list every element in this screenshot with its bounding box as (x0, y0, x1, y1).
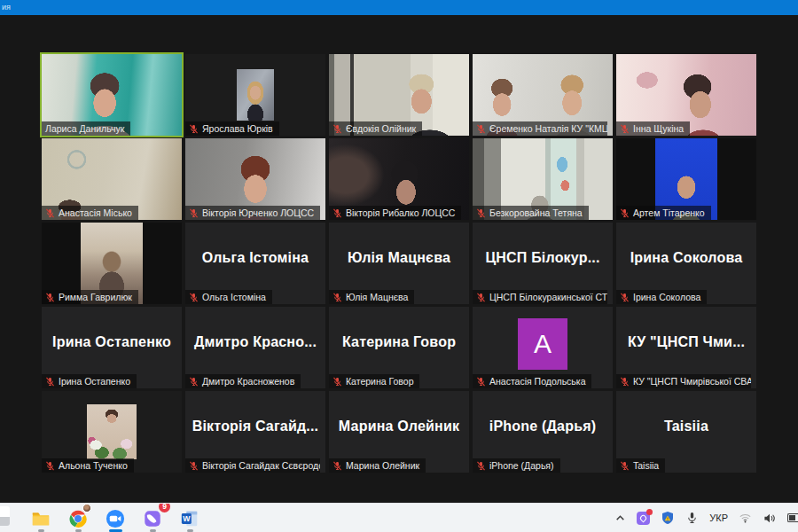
participant-display-name: Ірина Соколова (616, 250, 756, 266)
taskbar: 9 W УКР (0, 503, 798, 532)
participant-tile[interactable]: Євдокія Олійник (329, 54, 469, 136)
participant-name-label: Катерина Говор (329, 374, 419, 388)
titlebar-text: ия (2, 3, 11, 12)
muted-mic-icon (476, 377, 486, 387)
system-tray: УКР (614, 504, 794, 532)
participant-name-label: Римма Гаврилюк (42, 290, 138, 304)
participant-tile[interactable]: Альона Тученко (42, 391, 182, 473)
participant-display-name: Юлія Мацнєва (329, 250, 469, 266)
muted-mic-icon (45, 208, 55, 218)
participant-tile[interactable]: Артем Тітаренко (616, 138, 756, 220)
participant-tile[interactable]: Римма Гаврилюк (42, 223, 182, 304)
participant-name-label: ЦНСП Білокуракинської СТГ (473, 290, 607, 304)
muted-mic-icon (332, 208, 342, 218)
participant-tile[interactable]: А Анастасія Подольська (473, 307, 613, 388)
muted-mic-icon (45, 293, 55, 302)
muted-mic-icon (332, 293, 342, 302)
participant-display-name: Марина Олейник (329, 419, 469, 434)
muted-mic-icon (620, 293, 630, 302)
participant-name-label: Вікторія Рибалко ЛОЦСС (329, 206, 461, 220)
participant-tile[interactable]: Юлія Мацнєва Юлія Мацнєва (329, 223, 469, 304)
participant-display-name: Катерина Говор (329, 334, 469, 350)
microphone-tray-icon[interactable] (685, 511, 699, 525)
muted-mic-icon (620, 461, 630, 471)
participant-tile[interactable]: Катерина Говор Катерина Говор (329, 307, 469, 388)
participant-tile[interactable]: Вікторія Сагайд... Вікторія Сагайдак Сєв… (185, 391, 325, 473)
language-indicator[interactable]: УКР (709, 512, 728, 523)
participant-tile[interactable]: ЦНСП Білокур... ЦНСП Білокуракинської СТ… (473, 223, 613, 304)
muted-mic-icon (189, 377, 199, 387)
participant-tile[interactable]: Ольга Істоміна Ольга Істоміна (185, 223, 325, 304)
participant-display-name: Ольга Істоміна (185, 250, 325, 266)
participant-tile[interactable]: Вікторія Рибалко ЛОЦСС (329, 138, 469, 220)
participant-name-label: Ярослава Юрків (185, 121, 279, 136)
participant-name-label: Євдокія Олійник (329, 121, 422, 136)
muted-mic-icon (476, 293, 486, 302)
participant-tile[interactable]: Taisiia Taisiia (616, 391, 756, 473)
viber-badge: 9 (159, 503, 170, 512)
participant-display-name: КУ "ЦНСП Чми... (616, 334, 756, 350)
word-icon: W (180, 509, 200, 528)
letter-avatar: А (518, 318, 567, 370)
tray-expand-icon[interactable] (614, 512, 626, 524)
zoom-icon (106, 509, 125, 528)
meeting-stage: Лариса Данильчук Ярослава Юрків Євдокія … (0, 15, 798, 503)
participant-tile[interactable]: Ірина Соколова Ірина Соколова (616, 223, 756, 304)
participant-display-name: Дмитро Красно... (185, 334, 325, 350)
taskbar-viber[interactable]: 9 (141, 505, 164, 532)
participant-name-label: Ірина Соколова (616, 290, 707, 304)
participant-tile[interactable]: Марина Олейник Марина Олейник (329, 391, 469, 473)
muted-mic-icon (476, 208, 486, 218)
chrome-profile-avatar (82, 504, 91, 512)
participant-display-name: Ірина Остапенко (42, 334, 182, 350)
participant-tile[interactable]: Лариса Данильчук (42, 54, 182, 136)
speaker-icon[interactable] (763, 512, 777, 525)
taskbar-file-explorer[interactable] (29, 505, 52, 532)
participant-display-name: iPhone (Дарья) (473, 419, 613, 434)
window-titlebar[interactable]: ия (0, 0, 798, 15)
participant-tile[interactable]: iPhone (Дарья) iPhone (Дарья) (473, 391, 613, 473)
muted-mic-icon (476, 124, 486, 134)
participant-display-name: Вікторія Сагайд... (185, 419, 325, 434)
battery-icon[interactable] (787, 513, 798, 522)
participant-tile[interactable]: Вікторія Юрченко ЛОЦСС (185, 138, 325, 220)
folder-icon (31, 509, 51, 528)
muted-mic-icon (620, 124, 630, 134)
participant-tile[interactable]: КУ "ЦНСП Чми... КУ "ЦНСП Чмирівської СВА… (616, 307, 756, 388)
muted-mic-icon (332, 461, 342, 471)
participant-name-label: Інна Щукіна (616, 121, 690, 136)
taskbar-zoom[interactable] (104, 505, 127, 532)
muted-mic-icon (189, 461, 199, 471)
participant-tile[interactable]: Ярослава Юрків (185, 54, 325, 136)
profile-photo (87, 404, 137, 459)
muted-mic-icon (620, 377, 630, 387)
participant-name-label: Taisiia (616, 458, 665, 473)
security-shield-warning-icon[interactable] (661, 511, 675, 525)
participant-tile[interactable]: Анастасія Місько (42, 138, 182, 220)
participant-tile[interactable]: Інна Щукіна (616, 54, 756, 136)
muted-mic-icon (189, 124, 199, 134)
participant-tile[interactable]: Дмитро Красно... Дмитро Красноженов (185, 307, 325, 388)
participants-grid: Лариса Данильчук Ярослава Юрків Євдокія … (42, 54, 756, 473)
participant-name-label: Вікторія Сагайдак Сєвєродонець... (185, 458, 320, 473)
participant-name-label: Альона Тученко (42, 458, 134, 473)
participant-name-label: iPhone (Дарья) (473, 458, 560, 473)
participant-name-label: Юлія Мацнєва (329, 290, 414, 304)
wifi-icon[interactable] (739, 512, 752, 524)
cut-off-app-icon[interactable] (0, 506, 10, 526)
participant-tile[interactable]: Єременко Наталія КУ "КМЦКРДО... (473, 54, 613, 136)
taskbar-chrome[interactable] (66, 505, 90, 532)
participant-name-label: КУ "ЦНСП Чмирівської СВА" (616, 374, 751, 388)
taskbar-word[interactable]: W (178, 505, 201, 532)
participant-tile[interactable]: Безкоровайна Тетяна (473, 138, 613, 220)
participant-tile[interactable]: Ірина Остапенко Ірина Остапенко (42, 307, 182, 388)
participant-name-label: Єременко Наталія КУ "КМЦКРДО... (473, 121, 607, 136)
participant-display-name: Taisiia (616, 419, 756, 434)
muted-mic-icon (332, 124, 342, 134)
svg-text:W: W (183, 514, 191, 523)
participant-display-name: ЦНСП Білокур... (473, 250, 613, 266)
participant-name-label: Анастасія Подольська (473, 374, 591, 388)
profile-photo (237, 69, 274, 121)
viber-notification-dot (646, 509, 653, 515)
tray-viber-icon[interactable] (637, 512, 650, 525)
